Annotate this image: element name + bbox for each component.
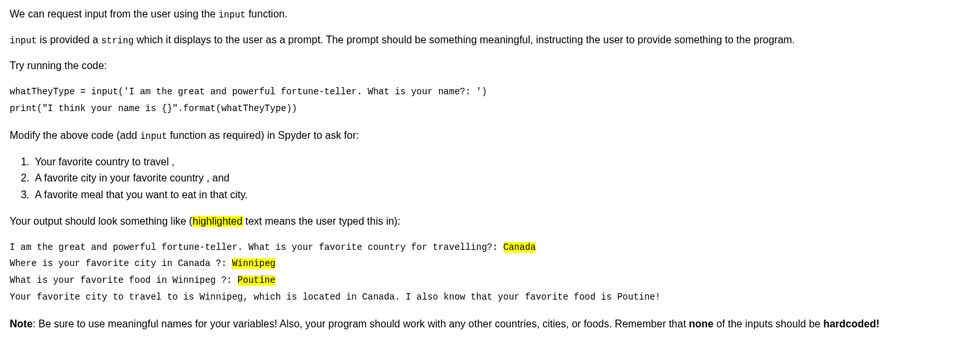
note-label: Note [10, 318, 33, 329]
emphasis-hardcoded: hardcoded! [823, 318, 879, 329]
list-item: Your favorite country to travel , [32, 154, 970, 170]
text: Modify the above code (add [10, 130, 140, 141]
inline-code-input: input [10, 36, 37, 46]
inline-code-input: input [140, 131, 167, 141]
inline-code-string: string [101, 36, 134, 46]
code-example-block: whatTheyType = input('I am the great and… [10, 84, 970, 118]
modify-instruction: Modify the above code (add input functio… [10, 128, 970, 143]
highlighted-word: highlighted [192, 216, 242, 227]
text: We can request input from the user using… [10, 8, 218, 19]
intro-paragraph-2: input is provided a string which it disp… [10, 32, 970, 48]
list-item: A favorite city in your favorite country… [32, 170, 970, 187]
intro-paragraph-1: We can request input from the user using… [10, 6, 970, 22]
text: which it displays to the user as a promp… [134, 34, 795, 45]
text: function. [245, 8, 287, 19]
emphasis-none: none [689, 318, 713, 329]
text: : Be sure to use meaningful names for yo… [33, 318, 689, 329]
text: is provided a [37, 34, 101, 45]
output-line: I am the great and powerful fortune-tell… [10, 240, 970, 256]
note-paragraph: Note: Be sure to use meaningful names fo… [10, 316, 970, 332]
user-input: Canada [504, 242, 536, 252]
output-intro: Your output should look something like (… [10, 214, 970, 229]
inline-code-input: input [218, 10, 245, 20]
requirements-list: Your favorite country to travel , A favo… [32, 154, 970, 203]
text: text means the user typed this in): [243, 216, 401, 227]
list-item: A favorite meal that you want to eat in … [32, 187, 970, 203]
text: function as required) in Spyder to ask f… [167, 130, 359, 141]
output-line: Your favorite city to travel to is Winni… [10, 289, 970, 306]
output-line: Where is your favorite city in Canada ?:… [10, 256, 970, 272]
user-input: Winnipeg [232, 258, 275, 269]
sample-output-block: I am the great and powerful fortune-tell… [10, 240, 970, 307]
text: Your output should look something like ( [10, 216, 192, 227]
prompt-text: What is your favorite food in Winnipeg ?… [10, 275, 238, 285]
text: of the inputs should be [713, 318, 823, 329]
try-running-label: Try running the code: [10, 58, 970, 74]
prompt-text: Where is your favorite city in Canada ?: [10, 258, 232, 269]
prompt-text: I am the great and powerful fortune-tell… [10, 242, 504, 252]
output-line: What is your favorite food in Winnipeg ?… [10, 272, 970, 289]
user-input: Poutine [238, 275, 276, 285]
